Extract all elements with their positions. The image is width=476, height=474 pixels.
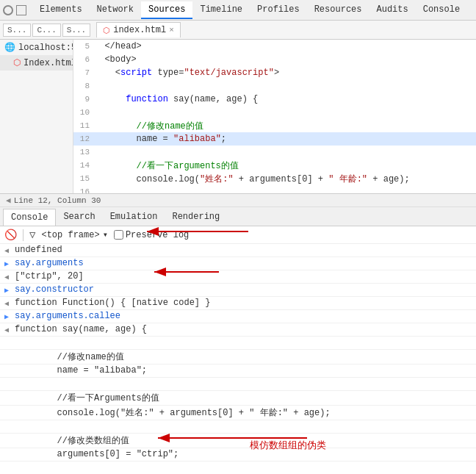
side-btn-s2[interactable]: S... [62,24,90,37]
console-line-function: ◀ function Function() { [native code] } [0,297,476,310]
console-line-func-body-11 [0,462,476,469]
console-tab-rendering[interactable]: Rendering [165,209,227,225]
chevron-left-icon-3: ◀ [4,299,12,308]
main-area: 🌐 localhost:5140 ⬡ Index.html 5 </head> … [0,40,476,194]
nav-tab-elements[interactable]: Elements [32,1,90,19]
side-btn-s[interactable]: S... [3,24,31,37]
code-line-15: 15 console.log("姓名:" + arguments[0] + " … [73,172,476,185]
nav-tab-network[interactable]: Network [90,1,141,19]
console-tab-console[interactable]: Console [3,209,56,226]
preserve-log-checkbox[interactable] [114,230,123,240]
console-line-say-constructor: ▶ say.constructor [0,284,476,297]
console-line-func-body-9: //修改类数组的值 [0,434,476,448]
code-line-13: 13 [73,146,476,159]
console-text-ctrip: ["ctrip", 20] [15,271,472,281]
frame-select[interactable]: <top frame> ▾ [41,229,107,240]
chevron-right-icon-1: ▶ [4,259,12,268]
sidebar-host-label: localhost:5140 [18,43,73,53]
nav-tab-resources[interactable]: Resources [307,1,369,19]
file-tab-close[interactable]: × [169,26,174,35]
console-line-func-body-10: arguments[0] = "ctrip"; [0,448,476,462]
console-text-func-body-10: arguments[0] = "ctrip"; [15,449,472,459]
toolbar-separator [23,229,24,241]
preserve-log-label[interactable]: Preserve log [114,230,189,240]
nav-tab-timeline[interactable]: Timeline [192,1,250,19]
top-nav-bar: Elements Network Sources Timeline Profil… [0,0,476,21]
file-tab-icon: ⬡ [103,26,110,35]
console-tab-search[interactable]: Search [56,209,102,225]
code-lines: 5 </head> 6 <body> 7 <script type="text/… [73,40,476,193]
console-text-func-body-6: //看一下Arguments的值 [15,392,472,404]
console-line-func-body-3: //修改name的值 [0,350,476,365]
code-line-7: 7 <script type="text/javascript"> [73,66,476,79]
file-tab-index-html[interactable]: ⬡ index.html × [96,22,181,37]
console-line-ctrip: ◀ ["ctrip", 20] [0,270,476,284]
sidebar-file[interactable]: ⬡ Index.html [0,55,73,71]
code-line-11: 11 //修改name的值 [73,119,476,132]
code-line-16: 16 [73,185,476,193]
status-bar: ◀ Line 12, Column 30 [0,194,476,207]
status-text: Line 12, Column 30 [14,196,101,205]
nav-tab-console[interactable]: Console [416,1,467,19]
console-line-func-body-4: name = "alibaba"; [0,365,476,378]
code-line-9: 9 function say(name, age) { [73,93,476,106]
console-line-func-body-5 [0,378,476,391]
code-line-12: 12 name = "alibaba"; [73,132,476,146]
chevron-left-icon-2: ◀ [4,273,12,281]
sidebar: 🌐 localhost:5140 ⬡ Index.html [0,40,73,193]
console-toolbar: 🚫 ▽ <top frame> ▾ Preserve log [0,226,476,244]
console-text-undefined: undefined [15,245,472,255]
console-tabs-bar: Console Search Emulation Rendering [0,207,476,226]
status-arrow-left: ◀ [6,195,11,205]
code-line-6: 6 <body> [73,53,476,66]
console-text-func-body-1: function say(name, age) { [15,324,472,334]
code-line-5: 5 </head> [73,40,476,53]
nav-tab-audits[interactable]: Audits [369,1,415,19]
filter-icon[interactable]: ▽ [29,229,35,241]
file-indent: ⬡ [13,57,21,68]
sidebar-host[interactable]: 🌐 localhost:5140 [0,40,73,55]
console-text-func-body-9: //修改类数组的值 [15,434,472,447]
preserve-log-text: Preserve log [126,230,189,240]
console-text-func-body-2 [15,337,472,348]
console-output: ◀ undefined ▶ say.arguments ◀ ["ctrip", … [0,244,476,469]
chevron-right-icon-3: ▶ [4,312,12,321]
console-text-say-callee[interactable]: say.arguments.callee [15,311,472,321]
file-tabs-bar: S... C... S... ⬡ index.html × [0,21,476,40]
console-line-func-body-8 [0,420,476,434]
nav-icons [3,5,26,15]
console-section: Console Search Emulation Rendering 🚫 ▽ <… [0,207,476,469]
console-line-func-body-1: ◀ function say(name, age) { [0,323,476,337]
code-line-8: 8 [73,79,476,93]
console-line-say-callee: ▶ say.arguments.callee [0,310,476,323]
console-line-undefined: ◀ undefined [0,244,476,257]
console-text-func-body-4: name = "alibaba"; [15,365,472,376]
side-buttons: S... C... S... [3,24,90,37]
side-btn-c[interactable]: C... [32,24,60,37]
sidebar-file-label: Index.html [24,58,73,68]
device-icon[interactable] [16,5,26,15]
globe-icon: 🌐 [4,42,15,53]
nav-tab-sources[interactable]: Sources [141,1,192,19]
console-line-func-body-7: console.log("姓名:" + arguments[0] + " 年龄:… [0,406,476,420]
frame-dropdown-arrow[interactable]: ▾ [103,229,108,240]
file-tab-name: index.html [113,25,166,35]
chevron-right-icon-2: ▶ [4,286,12,295]
inspect-icon[interactable] [3,5,13,15]
console-line-func-body-2 [0,337,476,350]
nav-tab-profiles[interactable]: Profiles [250,1,307,19]
chevron-left-icon-4: ◀ [4,326,12,334]
code-line-10: 10 [73,106,476,119]
code-editor: 5 </head> 6 <body> 7 <script type="text/… [73,40,476,193]
console-text-function: function Function() { [native code] } [15,298,472,308]
console-text-func-body-5 [15,378,472,389]
console-text-func-body-8 [15,421,472,431]
console-text-say-arguments[interactable]: say.arguments [15,258,472,268]
chevron-left-icon: ◀ [4,246,12,255]
console-line-say-arguments: ▶ say.arguments [0,257,476,270]
console-text-func-body-3: //修改name的值 [15,351,472,363]
console-text-say-constructor[interactable]: say.constructor [15,284,472,295]
clear-console-icon[interactable]: 🚫 [4,229,17,241]
console-line-func-body-6: //看一下Arguments的值 [0,391,476,406]
console-tab-emulation[interactable]: Emulation [103,209,165,225]
